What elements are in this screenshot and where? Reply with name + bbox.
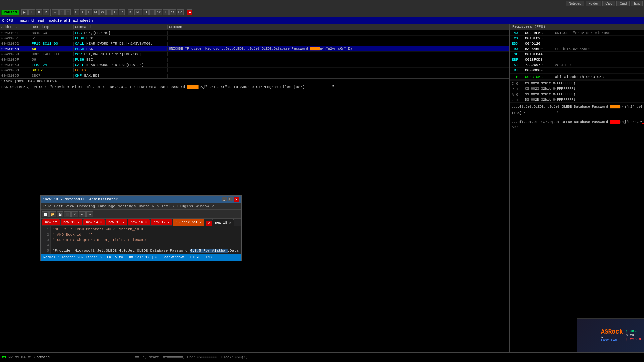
toolbar-u[interactable]: U [74,9,79,15]
npp-statusbar: Normal " length: 287 lines: 6 Ln: 5 Col:… [41,254,241,261]
main-content: Address Hex dump Command Comments 004310… [0,24,644,355]
toolbar-stop[interactable]: ⏹ [36,9,42,15]
toolbar-restart[interactable]: ↺ [43,9,49,15]
npp-open-btn[interactable]: 📂 [49,211,56,217]
toolbar-step-in[interactable]: → [52,9,59,15]
command-input[interactable] [56,355,123,360]
npp-saveall-btn[interactable]: ⬛ [64,211,71,217]
cell-cmd: CALL NEAR DWORD PTR DS:[<&MSVBVM60. [74,42,168,46]
toolbar-pc[interactable]: Pc [177,9,184,15]
cmd-btn[interactable]: Cmd [616,1,630,6]
toolbar-re[interactable]: RE [134,9,142,15]
npp-maximize-btn[interactable]: □ [228,197,233,201]
npp-minimize-btn[interactable]: _ [222,197,227,201]
cell-hex: 50 [30,47,74,51]
npp-menu-macro[interactable]: Macro [139,204,150,208]
tab-new13[interactable]: new 13 ✕ [60,219,83,226]
toolbar-m[interactable]: M [93,9,99,15]
toolbar-est[interactable]: E [163,9,169,15]
registers-title: Registers (FPU) [510,24,644,30]
toolbar-st[interactable]: St [169,9,176,15]
tab-new12[interactable]: new 12 [42,219,60,226]
npp-menu-help[interactable]: ? [212,204,214,208]
toolbar-sc[interactable]: Sc [155,9,163,15]
notepad-btn[interactable]: Notepad [566,1,584,6]
npp-menu-language[interactable]: Language [98,204,115,208]
reg-esp: ESP 0018FBA4 [510,52,644,57]
npp-save-btn[interactable]: 💾 [57,211,63,217]
folder-btn[interactable]: Folder [586,1,601,6]
toolbar-c[interactable]: C [112,9,118,15]
npp-new-btn[interactable]: 📄 [42,211,49,217]
toolbar-run[interactable]: ▶ [21,9,28,15]
cell-hex: 8D4D C0 [30,31,74,35]
table-row[interactable]: 00431065 3BC7 CMP EAX,EDI [0,73,509,78]
toolbar-t[interactable]: T [106,9,112,15]
tab-new17[interactable]: new 17 ✕ [150,219,172,226]
sep2 [72,9,72,16]
toolbar-stop2[interactable]: ■ [187,9,192,15]
npp-undo-btn[interactable]: ↩ [79,211,86,217]
tab-new18[interactable]: new 18 ✕ [212,219,234,226]
table-row[interactable]: 00431058 50 PUSH EAX UNICODE "Provider=M… [0,46,509,52]
asrock-widget: ASRock X Fast LAN ↑ 1K2 6.2K ↓ 295.0 [577,318,644,352]
cell-cmd: PUSH ESI [74,58,168,62]
calc-btn[interactable]: Calc [602,1,615,6]
npp-menu-view[interactable]: View [66,204,74,208]
toolbar-l[interactable]: L [80,9,86,15]
tab-dbcheck[interactable]: DBCheck.bat ✕ [173,219,204,226]
reg-flags-a: A 0 SS 002B 32bit 0(FFFFFFFF) [510,92,644,97]
table-row[interactable]: 0043105B 8BB5 F4FEFFFF MOV ESI,DWORD PTR… [0,52,509,57]
cell-cmd: PUSH EAX [74,47,168,51]
npp-redo-btn[interactable]: ↪ [86,211,93,217]
npp-menu-texifx[interactable]: TexIFX [161,204,175,208]
tab-new15[interactable]: new 15 ✕ [105,219,127,226]
table-row[interactable]: 00431060 FF53 24 CALL NEAR DWORD PTR DS:… [0,62,509,68]
toolbar-r[interactable]: R [119,9,125,15]
npp-close-btn[interactable]: ✕ [234,197,239,202]
npp-code-area[interactable]: 'SELECT * FROM Chapters WHERE Sheekh_id … [51,226,241,254]
reg-flags-p: P 1 CS 0023 32bit 0(FFFFFFFF) [510,86,644,92]
npp-menu-settings[interactable]: Settings [118,204,136,208]
table-row[interactable]: 0043104E 8D4D C0 LEA ECX,[EBP-40] [0,30,509,36]
toolbar-step-over[interactable]: ⤵ [59,9,65,15]
m3-label: M3 [15,355,19,359]
cell-addr: 0043104E [0,31,30,35]
tab-new14[interactable]: new 14 ✕ [83,219,105,226]
toolbar-h[interactable]: H [143,9,148,15]
npp-menu-run[interactable]: Run [152,204,159,208]
disasm-panel[interactable]: Address Hex dump Command Comments 004310… [0,24,510,355]
npp-menu-edit[interactable]: Edit [54,204,63,208]
toolbar-i[interactable]: I [149,9,155,15]
npp-mode: Normal " length: 287 lines: 6 [43,256,102,259]
npp-editor[interactable]: 1 2 3 4 5 6 'SELECT * FROM Chapters WHER… [41,226,241,254]
toolbar-e[interactable]: E [86,9,92,15]
npp-menu-window[interactable]: Window [196,204,209,208]
toolbar-w[interactable]: W [99,9,106,15]
npp-menu-encoding[interactable]: Encoding [77,204,95,208]
npp-menubar: File Edit View Encoding Language Setting… [41,203,241,210]
npp-menu-file[interactable]: File [43,204,51,208]
sep3 [126,9,126,16]
table-row[interactable]: 00431051 51 PUSH ECX [0,36,509,41]
asrock-mid-speed: 6.2K [626,333,641,337]
cell-hex: DB E2 [30,68,74,72]
npp-titlebar-buttons: _ □ ✕ [222,197,239,202]
asrock-speeds: ↑ 1K2 6.2K ↓ 295.0 [626,329,641,341]
eax-info: EAX=002FBF5C, UNICODE "Provider=Microsof… [1,85,508,91]
toolbar-k[interactable]: K [128,9,133,15]
code-line-1: 'SELECT * FROM Chapters WHERE Sheekh_id … [53,227,239,232]
table-row[interactable]: 00431052 FF15 BC11400 CALL NEAR DWORD PT… [0,41,509,46]
table-row[interactable]: 0043105F 56 PUSH ESI [0,57,509,62]
npp-close-tab-btn[interactable]: ✕ [71,211,78,217]
asrock-down-speed: ↓ 295.0 [626,337,641,341]
npp-menu-plugins[interactable]: Plugins [177,204,193,208]
npp-toolbar: 📄 📂 💾 ⬛ ✕ ↩ ↪ [41,210,241,219]
tab-close-btn[interactable]: ✕ [206,221,212,226]
exit-btn[interactable]: Exit [631,1,643,6]
info-bar: Stack [0018FBA0]=0018FC24 EAX=002FBF5C, … [0,78,509,90]
toolbar-pause[interactable]: ⏸ [28,9,35,15]
toolbar-step-out[interactable]: ⤴ [65,9,71,15]
table-row[interactable]: 00431063 DB E2 FCLEX [0,68,509,73]
tab-new16[interactable]: new 16 ✕ [128,219,150,226]
